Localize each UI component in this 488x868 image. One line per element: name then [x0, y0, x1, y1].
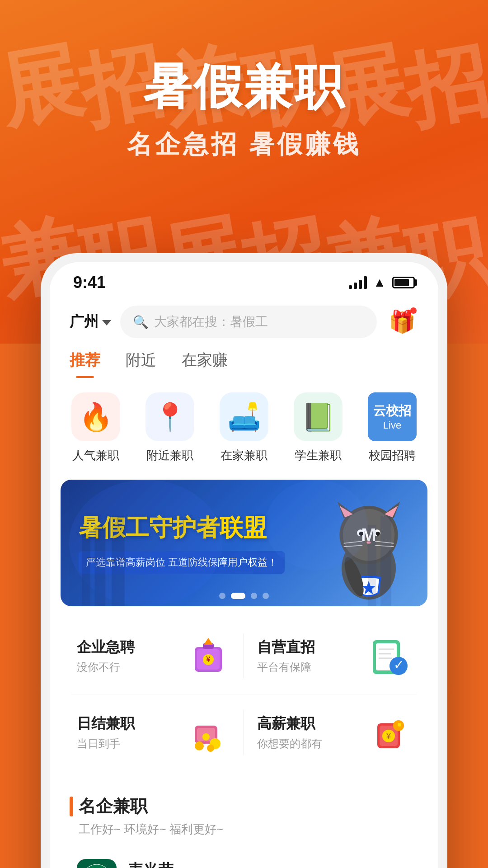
svg-point-46 — [195, 741, 204, 750]
section-subtitle: 工作好~ 环境好~ 福利更好~ — [70, 821, 418, 837]
svg-rect-7 — [112, 516, 124, 606]
tab-recommended[interactable]: 推荐 — [70, 350, 100, 378]
search-icon: 🔍 — [133, 315, 149, 330]
svg-rect-5 — [82, 534, 90, 606]
campus-icon: 云校招 Live — [368, 392, 417, 441]
svg-text:✓: ✓ — [394, 658, 404, 672]
famous-companies-header: 名企兼职 工作好~ 环境好~ 福利更好~ — [50, 780, 438, 844]
quick-urgent-img: ¥ — [186, 633, 231, 679]
quick-high-img: ¥ — [366, 710, 411, 755]
battery-icon — [392, 277, 415, 288]
signal-icon — [349, 276, 367, 289]
quick-daily-sub: 当日到手 — [77, 736, 177, 751]
svg-point-53 — [398, 723, 401, 726]
quick-self-sub: 平台有保障 — [257, 660, 357, 675]
svg-point-3 — [69, 480, 223, 606]
svg-text:¥: ¥ — [206, 656, 211, 663]
svg-marker-34 — [204, 638, 213, 645]
quick-self-img: ✓ — [366, 633, 411, 679]
location-text: 广州 — [70, 312, 99, 332]
dot-1 — [219, 593, 225, 599]
popular-icon: 🔥 — [71, 392, 120, 441]
tab-earn-home[interactable]: 在家赚 — [182, 350, 228, 378]
svg-point-4 — [265, 480, 368, 570]
quick-urgent-title: 企业急聘 — [77, 637, 177, 657]
carousel-dots — [219, 593, 269, 599]
status-icons: ▲ — [349, 275, 415, 290]
status-bar: 9:41 ▲ — [50, 262, 438, 297]
category-grid: 🔥 人气兼职 📍 附近兼职 🛋️ 在家兼职 — [50, 378, 438, 471]
quick-daily-img — [186, 710, 231, 755]
phone-shell: 9:41 ▲ 广州 — [41, 253, 447, 868]
quick-high-sub: 你想要的都有 — [257, 736, 357, 751]
svg-rect-6 — [95, 525, 106, 606]
company-name: 麦当劳 — [127, 860, 329, 868]
svg-point-44 — [202, 733, 210, 741]
wifi-icon: ▲ — [373, 275, 386, 290]
location-selector[interactable]: 广州 — [70, 312, 111, 332]
category-label-student: 学生兼职 — [295, 448, 342, 463]
dot-2 — [231, 593, 245, 599]
search-placeholder: 大家都在搜：暑假工 — [154, 313, 268, 330]
student-icon: 📗 — [294, 392, 343, 441]
section-title: 名企兼职 — [70, 795, 418, 818]
category-nearby[interactable]: 📍 附近兼职 — [136, 392, 204, 463]
svg-text:云校招: 云校招 — [373, 404, 411, 418]
category-label-home: 在家兼职 — [221, 448, 267, 463]
quick-urgent-hire[interactable]: 企业急聘 没你不行 ¥ — [64, 619, 244, 693]
svg-rect-8 — [368, 525, 376, 606]
banner-title: 暑假兼职 — [143, 54, 345, 120]
quick-daily-text: 日结兼职 当日到手 — [77, 714, 177, 751]
quick-self-operated[interactable]: 自营直招 平台有保障 ✓ — [244, 619, 424, 693]
company-logo-starbucks: ★ — [77, 859, 117, 868]
quick-daily-title: 日结兼职 — [77, 714, 177, 734]
dot-4 — [263, 593, 269, 599]
category-label-popular: 人气兼职 — [72, 448, 119, 463]
chevron-down-icon — [102, 320, 111, 326]
svg-text:¥: ¥ — [386, 731, 391, 741]
svg-point-47 — [207, 745, 214, 752]
quick-urgent-text: 企业急聘 没你不行 — [77, 637, 177, 675]
status-time: 9:41 — [73, 273, 106, 292]
category-student[interactable]: 📗 学生兼职 — [284, 392, 352, 463]
banner-subtitle: 名企急招 暑假赚钱 — [127, 127, 361, 162]
search-bar[interactable]: 🔍 大家都在搜：暑假工 — [120, 306, 377, 338]
dot-3 — [251, 593, 257, 599]
category-label-nearby: 附近兼职 — [146, 448, 193, 463]
carousel-inner: 暑假工守护者联盟 严选靠谱高薪岗位 五道防线保障用户权益！ — [61, 480, 427, 606]
quick-high-pay[interactable]: 高薪兼职 你想要的都有 ¥ — [244, 695, 424, 769]
app-header: 广州 🔍 大家都在搜：暑假工 🎁 — [50, 297, 438, 345]
category-home[interactable]: 🛋️ 在家兼职 — [210, 392, 278, 463]
nav-tabs: 推荐 附近 在家赚 — [50, 345, 438, 378]
svg-rect-9 — [380, 516, 391, 606]
svg-text:Live: Live — [383, 420, 401, 431]
quick-urgent-sub: 没你不行 — [77, 660, 177, 675]
job-info: 麦当劳 11个岗位在招，餐饮行业领军者 — [127, 860, 329, 868]
quick-access-grid: 企业急聘 没你不行 ¥ — [61, 615, 427, 773]
quick-self-title: 自营直招 — [257, 637, 357, 657]
quick-self-text: 自营直招 平台有保障 — [257, 637, 357, 675]
phone-mockup: 9:41 ▲ 广州 — [41, 253, 447, 868]
gift-button[interactable]: 🎁 — [386, 306, 418, 338]
phone-screen: 9:41 ▲ 广州 — [50, 262, 438, 868]
promo-carousel[interactable]: 暑假工守护者联盟 严选靠谱高薪岗位 五道防线保障用户权益！ — [61, 480, 427, 606]
notification-dot — [410, 307, 417, 314]
category-label-campus: 校园招聘 — [369, 448, 416, 463]
quick-high-text: 高薪兼职 你想要的都有 — [257, 714, 357, 751]
home-icon: 🛋️ — [220, 392, 268, 441]
category-campus[interactable]: 云校招 Live 校园招聘 — [358, 392, 426, 463]
category-popular[interactable]: 🔥 人气兼职 — [62, 392, 130, 463]
quick-daily-pay[interactable]: 日结兼职 当日到手 — [64, 695, 244, 769]
nearby-icon: 📍 — [145, 392, 194, 441]
quick-high-title: 高薪兼职 — [257, 714, 357, 734]
tab-nearby[interactable]: 附近 — [126, 350, 156, 378]
job-card-mcdonalds[interactable]: ★ 麦当劳 11个岗位在招，餐饮行业领军者 20元/小时 — [61, 844, 427, 868]
